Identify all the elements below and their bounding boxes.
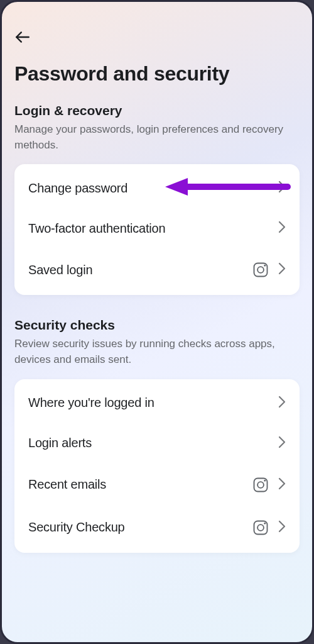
chevron-right-icon bbox=[278, 477, 286, 492]
row-label: Where you're logged in bbox=[28, 396, 278, 410]
section-heading-login-recovery: Login & recovery bbox=[14, 103, 300, 118]
back-button[interactable] bbox=[14, 25, 40, 50]
screen: Password and security Login & recovery M… bbox=[0, 0, 314, 644]
instagram-icon bbox=[252, 476, 269, 494]
row-two-factor-authentication[interactable]: Two-factor authentication bbox=[14, 208, 300, 248]
row-login-alerts[interactable]: Login alerts bbox=[14, 423, 300, 464]
row-label: Recent emails bbox=[28, 477, 252, 492]
instagram-icon bbox=[252, 519, 269, 536]
instagram-icon bbox=[252, 261, 269, 279]
chevron-right-icon bbox=[278, 396, 286, 411]
card-login-recovery: Change password Two-factor authenticatio… bbox=[14, 164, 300, 295]
card-security-checks: Where you're logged in Login alerts Rece… bbox=[14, 379, 300, 553]
svg-point-8 bbox=[264, 479, 266, 481]
arrow-left-icon bbox=[14, 29, 31, 45]
section-desc-security-checks: Review security issues by running checks… bbox=[14, 336, 300, 367]
chevron-right-icon bbox=[278, 262, 286, 277]
chevron-right-icon bbox=[278, 520, 286, 535]
row-label: Two-factor authentication bbox=[28, 221, 278, 236]
row-label: Saved login bbox=[28, 263, 252, 277]
row-label: Security Checkup bbox=[28, 520, 252, 535]
chevron-right-icon bbox=[278, 436, 286, 451]
svg-point-11 bbox=[264, 522, 266, 524]
row-recent-emails[interactable]: Recent emails bbox=[14, 464, 300, 506]
chevron-right-icon bbox=[278, 221, 286, 236]
svg-point-5 bbox=[264, 265, 266, 267]
row-where-logged-in[interactable]: Where you're logged in bbox=[14, 383, 300, 423]
section-desc-login-recovery: Manage your passwords, login preferences… bbox=[14, 122, 300, 153]
svg-point-10 bbox=[257, 525, 264, 531]
section-heading-security-checks: Security checks bbox=[14, 318, 300, 333]
row-change-password[interactable]: Change password bbox=[14, 168, 300, 208]
page-title: Password and security bbox=[14, 62, 300, 86]
row-label: Change password bbox=[28, 181, 278, 196]
svg-point-7 bbox=[257, 482, 264, 488]
svg-point-4 bbox=[257, 267, 264, 273]
chevron-right-icon bbox=[278, 180, 286, 196]
row-saved-login[interactable]: Saved login bbox=[14, 248, 300, 291]
row-label: Login alerts bbox=[28, 436, 278, 450]
row-security-checkup[interactable]: Security Checkup bbox=[14, 506, 300, 549]
